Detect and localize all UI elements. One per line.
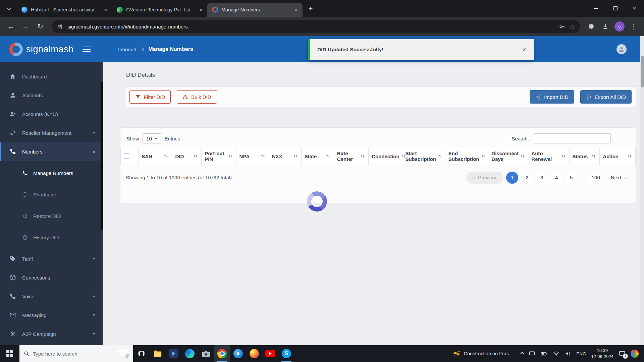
notification-center-icon[interactable]: 1	[619, 350, 626, 357]
sidebar-item-a2p-campaign[interactable]: A2P Campaign	[0, 324, 103, 343]
sidebar-subitem-manage-numbers[interactable]: Manage Numbers	[0, 162, 103, 184]
pinwheel-app-icon[interactable]	[230, 345, 246, 362]
sidebar-item-connections[interactable]: Connections	[0, 268, 103, 287]
breadcrumb-parent[interactable]: Inbound	[118, 47, 136, 52]
sort-icon[interactable]	[163, 154, 169, 159]
sort-icon[interactable]	[325, 154, 331, 159]
tray-app-icon[interactable]	[631, 350, 639, 358]
select-all-checkbox[interactable]	[124, 154, 129, 159]
maximize-button[interactable]	[606, 0, 625, 17]
sort-icon[interactable]	[520, 154, 525, 159]
speaker-icon[interactable]	[565, 350, 571, 357]
column-header-action[interactable]: Action	[600, 148, 636, 165]
import-did-button[interactable]: Import DID	[530, 90, 574, 104]
sort-icon[interactable]	[260, 154, 266, 159]
column-header-npa[interactable]: NPA	[236, 148, 269, 165]
skype-icon[interactable]: S	[278, 345, 294, 362]
column-header-auto-renewal[interactable]: Auto Renewal	[528, 148, 569, 165]
previous-page-button[interactable]: « Previous	[466, 172, 504, 184]
sort-icon[interactable]	[293, 154, 298, 159]
column-header-connection[interactable]: Connection	[369, 148, 402, 165]
browser-tab-gventure[interactable]: GVenture Technology Pvt. Ltd. ×	[112, 3, 207, 17]
edge-icon[interactable]	[182, 345, 198, 362]
password-key-icon[interactable]	[559, 23, 565, 30]
firefox-icon[interactable]	[246, 345, 262, 362]
clock-widget[interactable]: 16:39 12-06-2024	[591, 348, 614, 360]
sidebar-subitem-restore-did[interactable]: Restore DID	[0, 205, 103, 227]
browser-menu-icon[interactable]: ⋮	[627, 20, 640, 33]
youtube-icon[interactable]	[262, 345, 278, 362]
reload-button[interactable]: ↻	[34, 20, 47, 33]
page-button-4[interactable]: 4	[550, 172, 562, 184]
sort-icon[interactable]	[561, 154, 566, 159]
tab-search-button[interactable]	[3, 3, 15, 14]
sort-icon[interactable]	[627, 154, 632, 159]
chrome-icon[interactable]	[214, 345, 230, 362]
start-button[interactable]	[0, 345, 19, 362]
forward-button[interactable]: →	[19, 20, 32, 33]
sidebar-item-accounts[interactable]: Accounts	[0, 86, 103, 105]
downloads-icon[interactable]	[599, 20, 612, 33]
page-size-select[interactable]: 10	[143, 133, 161, 143]
sidebar-subitem-shortcode[interactable]: Shortcode	[0, 184, 103, 205]
sort-icon[interactable]	[360, 154, 365, 159]
export-all-did-button[interactable]: Export All DID	[580, 90, 632, 104]
menu-icon[interactable]	[83, 47, 91, 52]
tab-close-icon[interactable]: ×	[198, 7, 204, 13]
filter-did-button[interactable]: Filter DID	[129, 90, 171, 104]
language-indicator[interactable]: ENG	[576, 351, 586, 356]
close-window-button[interactable]: ×	[625, 0, 644, 17]
sidebar-item-dashboard[interactable]: Dashboard	[0, 67, 103, 86]
file-explorer-icon[interactable]	[150, 345, 166, 362]
extensions-icon[interactable]	[585, 20, 598, 33]
sort-icon[interactable]	[481, 154, 486, 159]
new-tab-button[interactable]: +	[305, 3, 317, 15]
news-widget[interactable]: Construction on Fras...	[448, 345, 518, 362]
sidebar-scrollbar[interactable]	[101, 82, 103, 230]
scrollbar-thumb[interactable]	[641, 56, 644, 87]
taskbar-search[interactable]	[19, 345, 133, 362]
toast-close-icon[interactable]: ×	[522, 46, 526, 54]
sidebar-item-voice[interactable]: Voice	[0, 287, 103, 306]
column-header-nxx[interactable]: NXX	[269, 148, 301, 165]
page-button-5[interactable]: 5	[565, 172, 577, 184]
sort-icon[interactable]	[228, 154, 233, 159]
bookmark-star-icon[interactable]: ☆	[569, 23, 575, 31]
user-avatar[interactable]	[616, 44, 627, 54]
next-page-button[interactable]: Next »	[607, 175, 630, 180]
column-header-did[interactable]: DID	[172, 148, 202, 165]
monitor-tray-icon[interactable]	[529, 350, 535, 357]
url-text[interactable]: signalmash.gventure.info/#/inbound/manag…	[67, 24, 555, 29]
column-header-disconnect-days[interactable]: Disconnect Days	[488, 148, 528, 165]
sidebar-item-tariff[interactable]: Tariff	[0, 249, 103, 268]
task-view-button[interactable]	[133, 345, 150, 362]
sidebar-item-messaging[interactable]: Messaging	[0, 306, 103, 324]
column-header-port-out-pin[interactable]: Port-out PIN	[202, 148, 236, 165]
minimize-button[interactable]	[587, 0, 606, 17]
column-header-start-subscription[interactable]: Start Subscription	[402, 148, 445, 165]
media-app-icon[interactable]	[166, 345, 182, 362]
column-header-san[interactable]: SAN	[139, 148, 172, 165]
back-button[interactable]: ←	[4, 20, 17, 33]
sidebar-item-reseller-management[interactable]: Reseller Management	[0, 123, 103, 142]
wifi-icon[interactable]	[553, 350, 559, 357]
bulk-did-button[interactable]: Bulk DID	[177, 90, 217, 104]
taskbar-search-input[interactable]	[33, 351, 129, 357]
battery-icon[interactable]	[540, 350, 548, 357]
hidden-icons-chevron[interactable]	[521, 352, 524, 355]
page-button-3[interactable]: 3	[536, 172, 548, 184]
browser-tab-hubstaff[interactable]: Hubstaff - Screenshot activity ×	[17, 3, 112, 17]
address-bar[interactable]: signalmash.gventure.info/#/inbound/manag…	[52, 20, 580, 33]
browser-tab-manage-numbers[interactable]: Manage Numbers ×	[207, 3, 303, 17]
screenshot-app-icon[interactable]	[198, 345, 214, 362]
show-desktop-button[interactable]	[642, 345, 644, 362]
tab-close-icon[interactable]: ×	[103, 7, 109, 13]
signalmash-logo[interactable]: signalmash	[9, 43, 74, 56]
page-button-1[interactable]: 1	[506, 172, 518, 184]
page-button-2[interactable]: 2	[521, 172, 533, 184]
browser-profile-avatar[interactable]: v	[614, 21, 625, 32]
sidebar-item-numbers[interactable]: Numbers	[0, 142, 103, 161]
column-header-status[interactable]: Status	[569, 148, 600, 165]
tab-close-icon[interactable]: ×	[293, 7, 299, 13]
search-input[interactable]	[534, 133, 611, 143]
